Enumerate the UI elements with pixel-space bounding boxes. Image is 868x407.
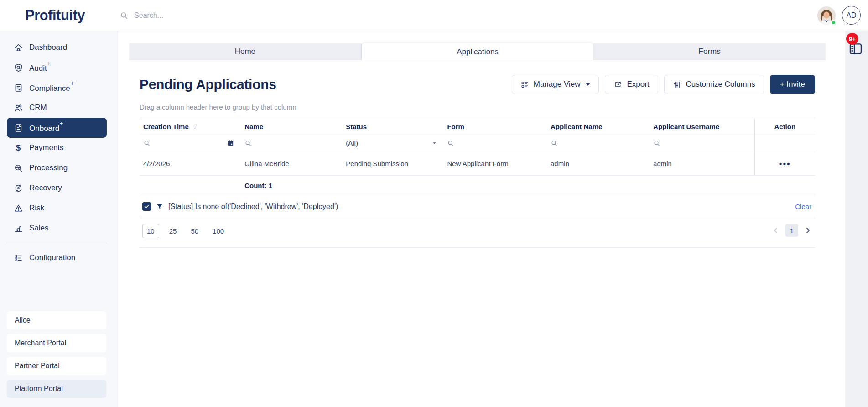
home-icon [13, 43, 24, 52]
export-icon [613, 80, 622, 89]
group-by-hint: Drag a column header here to group by th… [140, 103, 815, 111]
sort-desc-icon [192, 123, 198, 130]
online-status-dot [831, 20, 836, 25]
page-size-selector: 10 25 50 100 [142, 224, 228, 238]
filter-creation-time[interactable] [140, 135, 241, 151]
dollar-icon: $ [13, 143, 24, 152]
filter-form[interactable] [443, 135, 547, 151]
sidebar-item-label: Processing [29, 163, 68, 172]
tab-forms[interactable]: Forms [593, 43, 826, 60]
applications-panel: Pending Applications Manage View [129, 60, 826, 248]
previous-page-icon[interactable] [771, 226, 780, 235]
sidebar-item-payments[interactable]: $ Payments [7, 138, 107, 158]
cell-applicant-username: admin [650, 160, 754, 167]
sidebar-item-configuration[interactable]: Configuration [7, 248, 107, 268]
page-size-50[interactable]: 50 [187, 224, 203, 238]
filter-name[interactable] [241, 135, 342, 151]
cell-form: New Applicant Form [443, 160, 547, 167]
filter-action-empty [754, 135, 815, 151]
sidebar: Dashboard Audit+ Compliance+ [0, 31, 118, 407]
chevron-down-icon [586, 83, 590, 86]
sidebar-item-label: Payments [29, 143, 64, 152]
sidebar-item-dashboard[interactable]: Dashboard [7, 37, 107, 57]
row-count: Count: 1 [140, 182, 272, 189]
portal-links: Alice Merchant Portal Partner Portal Pla… [0, 311, 118, 407]
settings-list-icon [13, 253, 24, 263]
export-button[interactable]: Export [605, 75, 658, 94]
current-page-button[interactable]: 1 [785, 224, 798, 237]
invite-button[interactable]: + Invite [770, 75, 815, 94]
manage-view-button[interactable]: Manage View [512, 75, 599, 94]
clear-filter-link[interactable]: Clear [795, 203, 811, 210]
page-size-25[interactable]: 25 [165, 224, 181, 238]
search-icon [143, 140, 151, 147]
search-input[interactable] [134, 11, 280, 20]
sidebar-item-processing[interactable]: Processing [7, 158, 107, 178]
sidebar-item-recovery[interactable]: Recovery [7, 178, 107, 198]
sidebar-item-audit[interactable]: Audit+ [7, 57, 107, 78]
page-size-10[interactable]: 10 [142, 224, 159, 238]
table-row[interactable]: 4/2/2026 Gilina McBride Pending Submissi… [140, 151, 815, 176]
column-header-applicant-name[interactable]: Applicant Name [547, 118, 650, 135]
filter-expression: [Status] Is none of('Declined', 'Withdre… [168, 203, 338, 211]
calendar-icon[interactable] [227, 139, 234, 147]
column-header-status[interactable]: Status [342, 118, 443, 135]
warning-triangle-icon [13, 204, 24, 213]
right-rail: 9+ [845, 31, 868, 407]
sidebar-item-risk[interactable]: Risk [7, 198, 107, 218]
sidebar-item-compliance[interactable]: Compliance+ [7, 78, 107, 98]
grid-filter-row: (All) [140, 135, 815, 151]
customize-columns-button[interactable]: Customize Columns [664, 75, 764, 94]
search-icon [653, 140, 660, 147]
filter-enabled-checkbox[interactable] [142, 202, 151, 211]
cell-applicant-name: admin [547, 160, 650, 167]
sidebar-item-label: Recovery [29, 183, 62, 193]
view-list-icon [520, 80, 529, 89]
sidebar-item-label: Compliance+ [29, 83, 74, 93]
sidebar-item-label: Onboard+ [29, 123, 63, 133]
sidebar-item-crm[interactable]: CRM [7, 98, 107, 118]
next-page-icon[interactable] [803, 226, 812, 235]
active-filter-bar: [Status] Is none of('Declined', 'Withdre… [140, 195, 815, 218]
chevron-down-icon [432, 141, 437, 146]
cell-status: Pending Submission [342, 160, 443, 167]
checklist-doc-icon [13, 83, 24, 93]
portal-card-platform[interactable]: Platform Portal [7, 380, 106, 398]
app-logo: Profituity [25, 7, 85, 24]
portal-card-partner[interactable]: Partner Portal [7, 357, 106, 375]
filter-applicant-username[interactable] [650, 135, 754, 151]
tab-applications[interactable]: Applications [362, 43, 594, 60]
bar-chart-icon [13, 224, 24, 233]
search-icon [551, 140, 558, 147]
account-initials-badge[interactable]: AD [842, 6, 861, 25]
column-header-form[interactable]: Form [443, 118, 547, 135]
cell-creation-time: 4/2/2026 [140, 160, 241, 167]
global-search[interactable] [120, 11, 280, 20]
tab-home[interactable]: Home [129, 43, 362, 60]
main-content: Home Applications Forms Pending Applicat… [118, 31, 845, 407]
tab-bar: Home Applications Forms [129, 43, 826, 60]
toolbar: Manage View Export Customize Columns [512, 75, 815, 94]
page-size-100[interactable]: 100 [208, 224, 228, 238]
search-icon [120, 11, 129, 20]
sidebar-item-label: CRM [29, 103, 47, 112]
page-navigation: 1 [771, 224, 812, 237]
portal-card-alice[interactable]: Alice [7, 311, 106, 329]
filter-status-select[interactable]: (All) [342, 135, 443, 151]
pulse-search-icon [13, 163, 24, 173]
people-icon [13, 103, 24, 113]
column-header-applicant-username[interactable]: Applicant Username [650, 118, 754, 135]
cell-name: Gilina McBride [241, 160, 342, 167]
filter-applicant-name[interactable] [547, 135, 650, 151]
column-header-action: Action [754, 118, 815, 135]
search-icon [244, 140, 252, 147]
sidebar-item-sales[interactable]: Sales [7, 218, 107, 238]
row-actions-button[interactable]: ••• [755, 159, 815, 168]
portal-card-merchant[interactable]: Merchant Portal [7, 334, 106, 352]
topbar: Profituity AD [0, 0, 868, 31]
sidebar-item-onboard[interactable]: Onboard+ [7, 118, 107, 138]
cell-action: ••• [754, 151, 815, 175]
column-header-creation-time[interactable]: Creation Time [140, 118, 241, 135]
column-header-name[interactable]: Name [241, 118, 342, 135]
user-avatar[interactable] [817, 6, 836, 25]
